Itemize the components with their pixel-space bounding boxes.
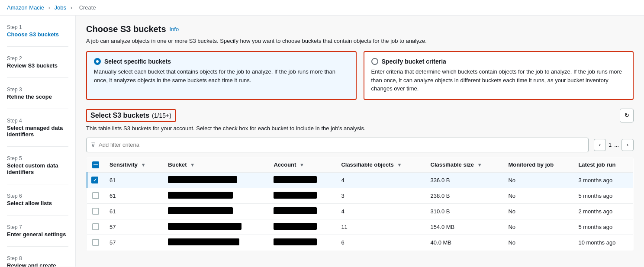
account-cell [268, 203, 336, 219]
row-checkbox[interactable] [92, 239, 99, 246]
classifiable-size-cell: 154.0 MB [425, 219, 503, 235]
account-cell [268, 172, 336, 188]
sidebar-step-3-label: Step 3 [7, 87, 68, 93]
monitored-cell: No [503, 188, 573, 203]
sidebar-step-7: Step 7 Enter general settings [7, 224, 68, 247]
account-cell [268, 188, 336, 203]
sidebar-step-1: Step 1 Choose S3 buckets [7, 24, 68, 47]
classifiable-size-label: Classifiable size [431, 161, 474, 168]
row-checkbox-cell[interactable] [87, 235, 105, 250]
latest-job-run-cell: 5 months ago [573, 188, 633, 203]
specify-criteria-card[interactable]: Specify bucket criteria Enter criteria t… [364, 51, 634, 100]
chevron-right-icon: › [627, 142, 628, 148]
select-all-header[interactable] [87, 158, 105, 172]
sidebar-step-6-title: Select allow lists [7, 200, 68, 206]
select-specific-desc: Manually select each bucket that contain… [94, 68, 349, 84]
page-title: Choose S3 buckets [86, 24, 166, 34]
page-description: A job can analyze objects in one or more… [86, 38, 634, 44]
bucket-cell [163, 172, 268, 188]
monitored-cell: No [503, 203, 573, 219]
prev-page-button[interactable]: ‹ [594, 139, 606, 151]
monitored-cell: No [503, 235, 573, 250]
classifiable-size-cell: 310.0 B [425, 203, 503, 219]
row-checkbox-cell[interactable] [87, 172, 105, 188]
sidebar-step-3-title: Refine the scope [7, 93, 68, 100]
select-specific-radio[interactable] [94, 58, 101, 65]
current-page: 1 [609, 142, 612, 148]
bucket-cell [163, 203, 268, 219]
monitored-label: Monitored by job [508, 161, 554, 168]
bucket-cell [163, 219, 268, 235]
latest-job-run-cell: 2 months ago [573, 203, 633, 219]
table-row: 614310.0 BNo2 months ago [87, 203, 634, 219]
info-link[interactable]: Info [170, 26, 179, 32]
row-checkbox[interactable] [92, 208, 99, 215]
classifiable-size-sort-icon: ▼ [477, 162, 482, 167]
sensitivity-cell: 61 [104, 172, 163, 188]
filter-input[interactable] [99, 142, 584, 148]
breadcrumb-jobs[interactable]: Jobs [55, 4, 66, 11]
latest-job-label: Latest job run [578, 161, 615, 168]
sidebar-step-6: Step 6 Select allow lists [7, 193, 68, 216]
latest-job-run-cell: 3 months ago [573, 172, 633, 188]
row-checkbox-cell[interactable] [87, 188, 105, 203]
latest-job-run-cell: 10 months ago [573, 235, 633, 250]
sidebar-step-2: Step 2 Review S3 buckets [7, 55, 68, 78]
table-section: Select S3 buckets (1/15+) ↻ This table l… [86, 109, 634, 251]
sidebar-step-4: Step 4 Select managed data identifiers [7, 118, 68, 147]
row-checkbox[interactable] [92, 192, 99, 199]
classifiable-objects-cell: 6 [336, 235, 425, 250]
sensitivity-sort-icon: ▼ [141, 162, 146, 167]
refresh-icon: ↻ [625, 112, 629, 119]
breadcrumb-sep-2: › [71, 4, 72, 11]
sensitivity-cell: 57 [104, 219, 163, 235]
sidebar-step-5-title: Select custom data identifiers [7, 162, 68, 175]
sidebar-step-1-label: Step 1 [7, 24, 68, 30]
latest-job-column-header: Latest job run [573, 158, 633, 172]
breadcrumb-amazon-macie[interactable]: Amazon Macie [7, 4, 44, 11]
classifiable-objects-label: Classifiable objects [341, 161, 393, 168]
sidebar-step-5-label: Step 5 [7, 155, 68, 161]
sidebar-step-2-label: Step 2 [7, 55, 68, 61]
table-row: 614336.0 BNo3 months ago [87, 172, 634, 188]
sensitivity-label: Sensitivity [109, 161, 138, 168]
select-specific-buckets-card[interactable]: Select specific buckets Manually select … [86, 51, 357, 100]
select-all-checkbox[interactable] [92, 161, 99, 168]
sidebar-step-7-label: Step 7 [7, 224, 68, 230]
bucket-cell [163, 188, 268, 203]
next-page-button[interactable]: › [621, 139, 634, 151]
latest-job-run-cell: 5 months ago [573, 219, 633, 235]
sidebar-step-3: Step 3 Refine the scope [7, 87, 68, 109]
account-label: Account [274, 161, 296, 168]
row-checkbox-cell[interactable] [87, 203, 105, 219]
sidebar-step-8-label: Step 8 [7, 255, 68, 261]
table-row: 5711154.0 MBNo5 months ago [87, 219, 634, 235]
sidebar: Step 1 Choose S3 buckets Step 2 Review S… [0, 16, 76, 267]
classifiable-objects-cell: 3 [336, 188, 425, 203]
bucket-column-header[interactable]: Bucket ▼ [163, 158, 268, 172]
classifiable-objects-column-header[interactable]: Classifiable objects ▼ [336, 158, 425, 172]
sensitivity-cell: 61 [104, 188, 163, 203]
monitored-cell: No [503, 172, 573, 188]
option-cards: Select specific buckets Manually select … [86, 51, 634, 100]
row-checkbox[interactable] [91, 177, 98, 183]
refresh-button[interactable]: ↻ [620, 109, 634, 122]
row-checkbox[interactable] [92, 223, 99, 230]
row-checkbox-cell[interactable] [87, 219, 105, 235]
sensitivity-column-header[interactable]: Sensitivity ▼ [104, 158, 163, 172]
s3-buckets-table: Sensitivity ▼ Bucket ▼ Account ▼ Class [86, 158, 634, 251]
monitored-cell: No [503, 219, 573, 235]
account-cell [268, 235, 336, 250]
main-content: Choose S3 buckets Info A job can analyze… [76, 16, 644, 267]
specify-criteria-radio[interactable] [371, 58, 378, 65]
classifiable-objects-cell: 11 [336, 219, 425, 235]
classifiable-objects-cell: 4 [336, 172, 425, 188]
classifiable-objects-cell: 4 [336, 203, 425, 219]
sensitivity-cell: 61 [104, 203, 163, 219]
classifiable-size-cell: 238.0 B [425, 188, 503, 203]
sidebar-step-1-title: Choose S3 buckets [7, 31, 68, 38]
account-column-header[interactable]: Account ▼ [268, 158, 336, 172]
classifiable-size-column-header[interactable]: Classifiable size ▼ [425, 158, 503, 172]
table-row: 613238.0 BNo5 months ago [87, 188, 634, 203]
sidebar-step-2-title: Review S3 buckets [7, 62, 68, 69]
